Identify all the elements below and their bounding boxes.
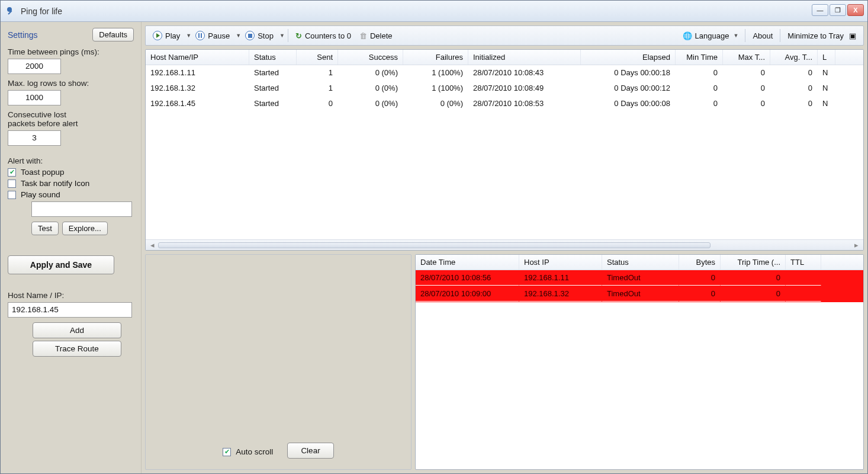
pause-button[interactable]: Pause [192, 29, 233, 42]
defaults-button[interactable]: Defaults [92, 28, 134, 41]
consecutive-lost-label-1: Consecutive lost [8, 110, 134, 119]
toolbar: Play ▼ Pause ▼ Stop ▼ ↻ Counters to 0 [145, 25, 864, 46]
play-dropdown[interactable]: ▼ [185, 33, 191, 39]
log-grid-body[interactable]: 28/07/2010 10:08:56192.168.1.11TimedOut0… [416, 270, 863, 469]
col-mintime[interactable]: Min Time [676, 50, 723, 65]
col-success[interactable]: Success [338, 50, 403, 65]
col-ttl[interactable]: TTL [786, 255, 821, 270]
taskbar-notify-check[interactable]: Task bar notify Icon [8, 179, 134, 188]
consecutive-lost-input[interactable]: 3 [8, 130, 61, 146]
clear-log-button[interactable]: Clear [287, 443, 333, 459]
settings-sidebar: Settings Defaults Time between pings (ms… [1, 22, 142, 473]
col-bytes[interactable]: Bytes [679, 255, 721, 270]
tray-icon: ▣ [849, 31, 856, 40]
maximize-window-button[interactable]: ❐ [830, 4, 846, 16]
auto-scroll-check[interactable]: ✔ Auto scroll [223, 447, 273, 456]
consecutive-lost-label-2: packets before alert [8, 119, 134, 128]
host-grid-body[interactable]: 192.168.1.11Started10 (0%)1 (100%)28/07/… [146, 65, 863, 239]
explore-sound-button[interactable]: Explore... [62, 222, 108, 235]
col-l[interactable]: L [818, 50, 835, 65]
alert-with-label: Alert with: [8, 156, 134, 165]
log-grid: Date Time Host IP Status Bytes Trip Time… [415, 254, 864, 470]
stop-icon [245, 31, 255, 40]
play-sound-check[interactable]: Play sound [8, 190, 134, 199]
time-between-pings-input[interactable]: 2000 [8, 59, 61, 74]
trash-icon: 🗑 [359, 31, 367, 40]
app-title: Ping for life [21, 7, 62, 16]
checkbox-icon [8, 180, 16, 188]
col-hostip[interactable]: Host IP [519, 255, 602, 270]
delete-button[interactable]: 🗑 Delete [356, 30, 396, 42]
test-sound-button[interactable]: Test [31, 222, 59, 235]
col-maxtime[interactable]: Max T... [723, 50, 770, 65]
table-row[interactable]: 28/07/2010 10:09:00192.168.1.32TimedOut0… [416, 286, 863, 302]
col-avgtime[interactable]: Avg. T... [770, 50, 818, 65]
stop-button[interactable]: Stop [242, 29, 277, 42]
play-button[interactable]: Play [149, 29, 184, 42]
col-status[interactable]: Status [602, 255, 679, 270]
settings-heading: Settings [8, 30, 38, 40]
chevron-down-icon: ▼ [732, 33, 738, 39]
globe-icon: 🌐 [683, 31, 692, 40]
sound-path-input[interactable] [31, 201, 132, 217]
play-icon [153, 31, 162, 40]
table-row[interactable]: 28/07/2010 10:08:56192.168.1.11TimedOut0… [416, 270, 863, 286]
max-log-rows-input[interactable]: 1000 [8, 90, 61, 105]
checkbox-icon: ✔ [8, 168, 16, 177]
scrollbar-thumb[interactable] [158, 242, 711, 248]
add-host-button[interactable]: Add [33, 322, 121, 338]
log-grid-header: Date Time Host IP Status Bytes Trip Time… [416, 255, 863, 270]
table-row[interactable]: 192.168.1.45Started00 (0%)0 (0%)28/07/20… [146, 96, 863, 111]
col-sent[interactable]: Sent [297, 50, 338, 65]
about-button[interactable]: About [749, 30, 776, 42]
language-button[interactable]: 🌐 Language ▼ [679, 30, 742, 42]
table-row[interactable]: 192.168.1.32Started10 (0%)1 (100%)28/07/… [146, 81, 863, 96]
trace-route-button[interactable]: Trace Route [33, 341, 121, 357]
host-ip-input[interactable]: 192.168.1.45 [8, 302, 132, 318]
col-status[interactable]: Status [249, 50, 297, 65]
col-initialized[interactable]: Initialized [468, 50, 581, 65]
app-window: Ping for life — ❐ X Settings Defaults Ti… [0, 0, 868, 474]
main-area: Play ▼ Pause ▼ Stop ▼ ↻ Counters to 0 [142, 22, 867, 473]
titlebar[interactable]: Ping for life — ❐ X [1, 1, 867, 22]
log-controls-panel: ✔ Auto scroll Clear [145, 254, 412, 470]
counters-button[interactable]: ↻ Counters to 0 [292, 30, 355, 42]
app-icon [7, 7, 16, 16]
horizontal-scrollbar[interactable]: ◂ ▸ [146, 239, 863, 250]
checkbox-icon [8, 191, 16, 199]
col-datetime[interactable]: Date Time [416, 255, 519, 270]
toast-popup-check[interactable]: ✔ Toast popup [8, 168, 134, 177]
minimize-window-button[interactable]: — [812, 4, 828, 16]
pause-icon [195, 31, 205, 40]
col-hostname[interactable]: Host Name/IP [146, 50, 249, 65]
max-log-rows-label: Max. log rows to show: [8, 79, 134, 88]
close-window-button[interactable]: X [847, 4, 864, 16]
refresh-icon: ↻ [295, 31, 302, 40]
stop-dropdown[interactable]: ▼ [278, 33, 284, 39]
host-grid-header: Host Name/IP Status Sent Success Failure… [146, 50, 863, 65]
col-elapsed[interactable]: Elapsed [581, 50, 676, 65]
pause-dropdown[interactable]: ▼ [234, 33, 240, 39]
checkbox-icon: ✔ [223, 448, 231, 456]
host-ip-label: Host Name / IP: [8, 291, 134, 300]
table-row[interactable]: 192.168.1.11Started10 (0%)1 (100%)28/07/… [146, 65, 863, 81]
time-between-pings-label: Time between pings (ms): [8, 47, 134, 56]
minimize-tray-button[interactable]: Minimize to Tray ▣ [784, 30, 860, 42]
host-grid: Host Name/IP Status Sent Success Failure… [145, 49, 864, 251]
col-triptime[interactable]: Trip Time (... [721, 255, 786, 270]
apply-save-button[interactable]: Apply and Save [8, 255, 114, 274]
col-failures[interactable]: Failures [403, 50, 468, 65]
